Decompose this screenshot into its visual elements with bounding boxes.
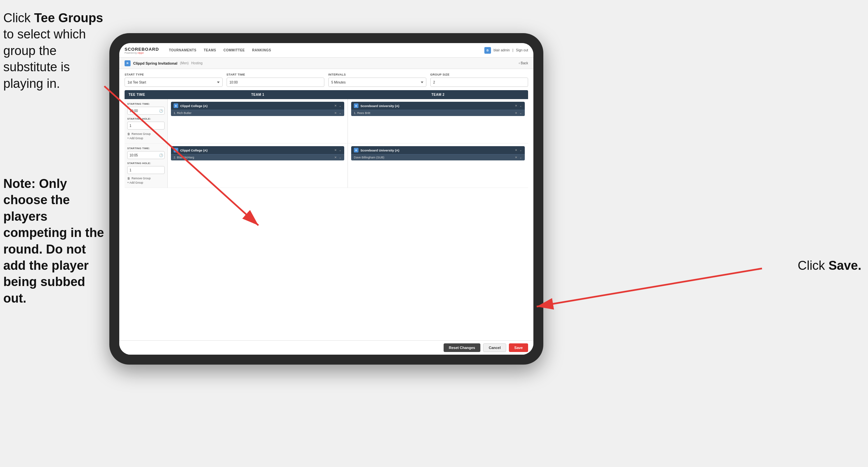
intervals-group: Intervals 5 Minutes bbox=[328, 73, 426, 87]
team-badge-2-1: B bbox=[174, 148, 178, 152]
team-entry-1-2[interactable]: B Scoreboard University (A) ✕ ⌄ 1. Rees … bbox=[351, 102, 525, 116]
arrow-save bbox=[537, 268, 762, 307]
team-badge-1-1: B bbox=[174, 104, 178, 108]
starting-time-label-2: STARTING TIME: bbox=[127, 147, 165, 150]
start-type-select[interactable]: 1st Tee Start bbox=[125, 78, 223, 87]
sub-header-badge: B bbox=[125, 60, 130, 66]
team-cell-2-2: B Scoreboard University (A) ✕ ⌄ Dave Bil… bbox=[348, 144, 528, 187]
team-entry-2-1[interactable]: B Clippd College (A) ✕ ⌄ 2. Blair McHarg… bbox=[171, 146, 344, 160]
tablet-device: SCOREBOARD Powered by clippd TOURNAMENTS… bbox=[109, 33, 543, 364]
nav-links: TOURNAMENTS TEAMS COMMITTEE RANKINGS bbox=[166, 47, 484, 53]
reset-changes-button[interactable]: Reset Changes bbox=[444, 343, 480, 352]
player-close-icon-1-1[interactable]: ✕ bbox=[334, 111, 337, 115]
start-time-label: Start Time bbox=[227, 73, 325, 76]
team-entry-1-1[interactable]: B Clippd College (A) ✕ ⌄ 1. Rich Butler … bbox=[171, 102, 344, 116]
start-time-input[interactable] bbox=[227, 78, 325, 87]
main-content: Start Type 1st Tee Start Start Time Inte… bbox=[119, 69, 533, 341]
chevron-icon-2-1[interactable]: ⌄ bbox=[339, 148, 342, 152]
sub-header: B Clippd Spring Invitational (Men) Hosti… bbox=[119, 58, 533, 69]
player-name-2-1: 2. Blair McHarg bbox=[174, 156, 332, 159]
starting-time-wrap-2: 🕐 bbox=[127, 151, 165, 159]
avatar: B bbox=[484, 47, 491, 54]
starting-hole-wrap-1 bbox=[127, 122, 165, 129]
player-close-icon-2-2[interactable]: ✕ bbox=[515, 156, 518, 159]
team-badge-1-2: B bbox=[354, 104, 359, 108]
instruction-left-rest: to select which group the substitute is … bbox=[3, 27, 86, 90]
tee-time-cell-1: STARTING TIME: 🕐 STARTING HOLE: 🗑 Remove… bbox=[125, 99, 168, 143]
team-controls-2-2: ✕ ⌄ bbox=[515, 148, 522, 152]
team-cell-1-2: B Scoreboard University (A) ✕ ⌄ 1. Rees … bbox=[348, 99, 528, 143]
player-controls-1-2: ✕ ⌄ bbox=[515, 111, 522, 115]
clock-icon-2: 🕐 bbox=[159, 153, 163, 157]
note-bold-prefix: Note: Only choose the players competing … bbox=[3, 177, 104, 305]
tee-group-row-2: STARTING TIME: 🕐 STARTING HOLE: 🗑 Remove… bbox=[125, 144, 528, 188]
instruction-left-top: Click Tee Groups to select which group t… bbox=[3, 10, 106, 92]
nav-tournaments[interactable]: TOURNAMENTS bbox=[166, 47, 200, 53]
group-size-input[interactable] bbox=[430, 78, 528, 87]
starting-hole-label-1: STARTING HOLE: bbox=[127, 117, 165, 120]
back-button[interactable]: ‹ Back bbox=[519, 61, 528, 65]
group-size-group: Group Size bbox=[430, 73, 528, 87]
chevron-icon-1-1[interactable]: ⌄ bbox=[339, 104, 342, 107]
team-badge-2-2: B bbox=[354, 148, 359, 152]
brand: SCOREBOARD Powered by clippd bbox=[125, 47, 159, 54]
add-group-btn-2[interactable]: + Add Group bbox=[127, 181, 143, 184]
nav-rankings[interactable]: RANKINGS bbox=[249, 47, 274, 53]
team-name-2-1: Clippd College (A) bbox=[180, 148, 332, 152]
nav-separator: | bbox=[513, 49, 514, 52]
player-close-icon-1-2[interactable]: ✕ bbox=[515, 111, 518, 115]
starting-hole-wrap-2 bbox=[127, 166, 165, 174]
team-entry-header-2-1: B Clippd College (A) ✕ ⌄ bbox=[171, 146, 344, 154]
user-name: blair admin bbox=[494, 49, 510, 52]
group-size-label: Group Size bbox=[430, 73, 528, 76]
bottom-bar: Reset Changes Cancel Save bbox=[119, 341, 533, 355]
close-icon-2-1[interactable]: ✕ bbox=[334, 148, 337, 152]
team-entry-header-2-2: B Scoreboard University (A) ✕ ⌄ bbox=[351, 146, 525, 154]
player-controls-2-2: ✕ ⌄ bbox=[515, 156, 522, 159]
remove-group-btn-1[interactable]: 🗑 Remove Group bbox=[127, 132, 151, 136]
team-name-1-2: Scoreboard University (A) bbox=[361, 104, 513, 108]
close-icon-1-1[interactable]: ✕ bbox=[334, 104, 337, 107]
save-button[interactable]: Save bbox=[509, 343, 528, 352]
sub-header-left: B Clippd Spring Invitational (Men) Hosti… bbox=[125, 60, 203, 66]
team-name-2-2: Scoreboard University (A) bbox=[361, 148, 513, 152]
close-icon-1-2[interactable]: ✕ bbox=[515, 104, 518, 107]
starting-hole-input-2[interactable] bbox=[127, 166, 165, 174]
player-name-1-1: 1. Rich Butler bbox=[174, 111, 332, 115]
player-chevron-icon-2-1[interactable]: ⌄ bbox=[339, 156, 342, 159]
col-team1: Team 1 bbox=[168, 90, 348, 99]
player-chevron-icon-2-2[interactable]: ⌄ bbox=[520, 156, 522, 159]
player-controls-2-1: ✕ ⌄ bbox=[334, 156, 342, 159]
start-type-label: Start Type bbox=[125, 73, 223, 76]
nav-right: B blair admin | Sign out bbox=[484, 47, 528, 54]
team-entry-2-2[interactable]: B Scoreboard University (A) ✕ ⌄ Dave Bil… bbox=[351, 146, 525, 160]
chevron-icon-1-2[interactable]: ⌄ bbox=[520, 104, 522, 107]
close-icon-2-2[interactable]: ✕ bbox=[515, 148, 518, 152]
col-team2: Team 2 bbox=[348, 90, 528, 99]
start-type-group: Start Type 1st Tee Start bbox=[125, 73, 223, 87]
tee-groups-bold: Tee Groups bbox=[34, 11, 103, 25]
player-chevron-icon-1-2[interactable]: ⌄ bbox=[520, 111, 522, 115]
add-group-label-1: + Add Group bbox=[127, 137, 143, 140]
nav-teams[interactable]: TEAMS bbox=[200, 47, 220, 53]
starting-hole-label-2: STARTING HOLE: bbox=[127, 162, 165, 165]
remove-group-btn-2[interactable]: 🗑 Remove Group bbox=[127, 177, 151, 180]
intervals-label: Intervals bbox=[328, 73, 426, 76]
player-entry-1-1: 1. Rich Butler ✕ ⌄ bbox=[171, 110, 344, 116]
cancel-button[interactable]: Cancel bbox=[483, 343, 506, 352]
starting-time-label-1: STARTING TIME: bbox=[127, 103, 165, 106]
player-close-icon-2-1[interactable]: ✕ bbox=[334, 156, 337, 159]
player-entry-1-2: 1. Rees Britt ✕ ⌄ bbox=[351, 110, 525, 116]
chevron-icon-2-2[interactable]: ⌄ bbox=[520, 148, 522, 152]
add-group-btn-1[interactable]: + Add Group bbox=[127, 137, 143, 140]
clock-icon-1: 🕐 bbox=[159, 109, 163, 113]
intervals-select[interactable]: 5 Minutes bbox=[328, 78, 426, 87]
brand-name: SCOREBOARD bbox=[125, 47, 159, 52]
sign-out-link[interactable]: Sign out bbox=[516, 49, 528, 52]
player-name-2-2: Dave Billingham (SUB) bbox=[354, 156, 513, 159]
team-entry-header-1-2: B Scoreboard University (A) ✕ ⌄ bbox=[351, 102, 525, 110]
tournament-name: Clippd Spring Invitational bbox=[133, 61, 177, 65]
starting-hole-input-1[interactable] bbox=[127, 122, 165, 129]
player-chevron-icon-1-1[interactable]: ⌄ bbox=[339, 111, 342, 115]
nav-committee[interactable]: COMMITTEE bbox=[220, 47, 248, 53]
